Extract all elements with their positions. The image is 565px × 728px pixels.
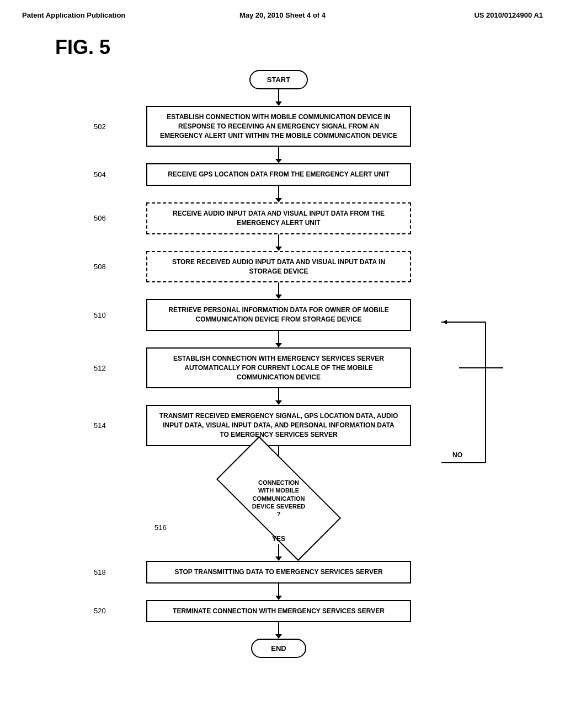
figure-title: FIG. 5 <box>55 36 110 59</box>
header-date-sheet: May 20, 2010 Sheet 4 of 4 <box>196 11 370 19</box>
header-publication-label: Patent Application Publication <box>22 11 196 19</box>
step-520-label: 520 <box>94 607 106 615</box>
step-508-box: STORE RECEIVED AUDIO INPUT DATA AND VISU… <box>146 251 411 283</box>
step-516-text: CONNECTIONWITH MOBILE COMMUNICATIONDEVIC… <box>243 479 315 518</box>
page: Patent Application Publication May 20, 2… <box>0 0 565 728</box>
page-header: Patent Application Publication May 20, 2… <box>22 11 543 19</box>
yes-label: YES <box>272 535 285 543</box>
step-504-row: 504 RECEIVE GPS LOCATION DATA FROM THE E… <box>99 163 458 186</box>
svg-marker-4 <box>443 320 447 324</box>
step-508-label: 508 <box>94 263 106 271</box>
step-518-box: STOP TRANSMITTING DATA TO EMERGENCY SERV… <box>146 561 411 584</box>
step-514-row: 514 TRANSMIT RECEIVED EMERGENCY SIGNAL, … <box>99 405 458 446</box>
arrow-3 <box>275 186 282 202</box>
step-506-box: RECEIVE AUDIO INPUT DATA AND VISUAL INPU… <box>146 202 411 234</box>
arrow-6 <box>275 331 282 347</box>
step-502-row: 502 ESTABLISH CONNECTION WITH MOBILE COM… <box>99 106 458 147</box>
step-502-box: ESTABLISH CONNECTION WITH MOBILE COMMUNI… <box>146 106 411 147</box>
step-504-label: 504 <box>94 170 106 179</box>
end-row: END <box>99 639 458 658</box>
arrow-4 <box>275 234 282 251</box>
header-patent-number: US 2010/0124900 A1 <box>369 11 543 19</box>
step-510-label: 510 <box>94 311 106 319</box>
step-520-row: 520 TERMINATE CONNECTION WITH EMERGENCY … <box>99 600 458 623</box>
arrow-1 <box>275 89 282 106</box>
arrow-5 <box>275 282 282 299</box>
step-512-box: ESTABLISH CONNECTION WITH EMERGENCY SERV… <box>146 347 411 388</box>
step-512-row: 512 ESTABLISH CONNECTION WITH EMERGENCY … <box>99 347 458 388</box>
end-oval: END <box>251 639 306 658</box>
arrow-11 <box>275 622 282 639</box>
step-514-box: TRANSMIT RECEIVED EMERGENCY SIGNAL, GPS … <box>146 405 411 446</box>
start-oval: START <box>249 70 308 89</box>
step-506-label: 506 <box>94 214 106 222</box>
arrow-7 <box>275 388 282 405</box>
step-506-row: 506 RECEIVE AUDIO INPUT DATA AND VISUAL … <box>99 202 458 234</box>
svg-text:NO: NO <box>452 451 462 459</box>
step-502-label: 502 <box>94 122 106 131</box>
step-504-box: RECEIVE GPS LOCATION DATA FROM THE EMERG… <box>146 163 411 186</box>
step-516-diamond-wrapper: CONNECTIONWITH MOBILE COMMUNICATIONDEVIC… <box>210 463 348 534</box>
diagram-area: FIG. 5 START 502 ESTABLISH CONNECTION WI… <box>22 36 543 658</box>
arrow-9 <box>275 544 282 561</box>
step-520-box: TERMINATE CONNECTION WITH EMERGENCY SERV… <box>146 600 411 623</box>
step-510-row: 510 RETRIEVE PERSONAL INFORMATION DATA F… <box>99 299 458 331</box>
step-510-box: RETRIEVE PERSONAL INFORMATION DATA FOR O… <box>146 299 411 331</box>
step-508-row: 508 STORE RECEIVED AUDIO INPUT DATA AND … <box>99 251 458 283</box>
step-514-label: 514 <box>94 421 106 430</box>
step-518-row: 518 STOP TRANSMITTING DATA TO EMERGENCY … <box>99 561 458 584</box>
step-518-label: 518 <box>94 568 106 576</box>
arrow-2 <box>275 147 282 163</box>
step-516-label: 516 <box>154 523 167 532</box>
step-512-label: 512 <box>94 364 106 372</box>
step-516-section: CONNECTIONWITH MOBILE COMMUNICATIONDEVIC… <box>99 463 458 534</box>
no-loop-svg: NO <box>441 317 508 493</box>
arrow-10 <box>275 584 282 600</box>
start-row: START <box>99 70 458 89</box>
